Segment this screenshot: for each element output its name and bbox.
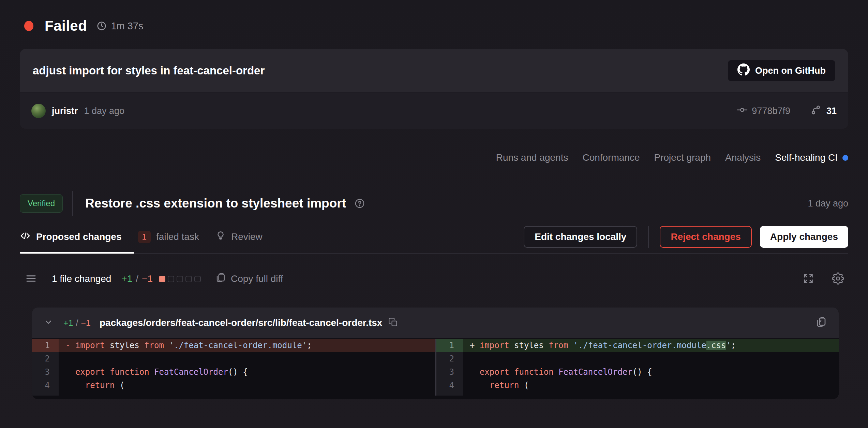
ci-status-row: Failed 1m 37s [20, 0, 848, 34]
line-number: 1 [32, 339, 59, 352]
nav-item-analysis[interactable]: Analysis [725, 152, 761, 163]
commit-sha-text: 9778b7f9 [752, 106, 790, 116]
avatar [31, 104, 46, 118]
divider [72, 191, 73, 216]
apply-changes-button[interactable]: Apply changes [760, 226, 848, 248]
code-line-added: 1+ import styles from './feat-cancel-ord… [436, 339, 839, 352]
failed-count-badge: 1 [138, 231, 151, 243]
workspace-nav: Runs and agentsConformanceProject graphA… [20, 151, 848, 165]
tab-review-label: Review [231, 231, 263, 242]
hamburger-icon [25, 273, 37, 285]
additions-count: +1 [121, 273, 132, 284]
clock-icon [96, 21, 107, 31]
code-line-context: 4 return ( [32, 379, 435, 392]
commit-title: adjust import for styles in feat-cancel-… [33, 64, 265, 77]
code-line-context: 2 [32, 352, 435, 366]
code-line-removed: 1- import styles from './feat-cancel-ord… [32, 339, 435, 352]
diffstat-block-filled [159, 276, 165, 282]
action-buttons: Edit changes locally Reject changes Appl… [524, 226, 848, 248]
tab-failed-task[interactable]: 1 failed task [138, 231, 199, 243]
code-text: - import styles from './feat-cancel-orde… [59, 339, 435, 352]
line-number: 2 [436, 352, 463, 366]
diff-pane-original: 1- import styles from './feat-cancel-ord… [32, 339, 435, 396]
line-number: 1 [436, 339, 463, 352]
code-line-context: 4 return ( [436, 379, 839, 392]
code-text: export function FeatCancelOrder() { [59, 366, 435, 379]
authored-time: 1 day ago [84, 106, 125, 116]
expand-icon [803, 273, 814, 285]
gear-icon [832, 272, 844, 286]
tabs-row: Proposed changes 1 failed task Review Ed… [20, 221, 848, 254]
code-text: export function FeatCancelOrder() { [463, 366, 839, 379]
nav-item-label: Analysis [725, 152, 761, 163]
open-on-github-button[interactable]: Open on GitHub [728, 60, 835, 81]
page: Failed 1m 37s adjust import for styles i… [0, 0, 868, 399]
verified-badge: Verified [20, 194, 63, 213]
duration-text: 1m 37s [111, 20, 143, 32]
github-icon [737, 63, 750, 78]
code-text [463, 352, 839, 366]
copy-icon [215, 272, 226, 286]
file-list-menu-button[interactable] [25, 273, 37, 285]
author-name: juristr [52, 106, 78, 116]
duration: 1m 37s [96, 20, 143, 32]
tab-review[interactable]: Review [215, 231, 263, 243]
commit-card-top: adjust import for styles in feat-cancel-… [20, 49, 848, 92]
diff-split-view: 1- import styles from './feat-cancel-ord… [32, 339, 839, 399]
file-diffstat-separator: / [76, 318, 78, 328]
diff-toolbar: 1 file changed +1 / −1 Copy full diff [20, 271, 848, 286]
file-path: packages/orders/feat-cancel-order/src/li… [100, 317, 382, 328]
diff-toolbar-right [803, 272, 848, 286]
nav-item-self-healing-ci[interactable]: Self-healing CI [775, 152, 848, 163]
reject-changes-button[interactable]: Reject changes [660, 226, 751, 248]
diff-pane-modified: 1+ import styles from './feat-cancel-ord… [435, 339, 839, 396]
nav-item-label: Conformance [582, 152, 640, 163]
diffstat-blocks [159, 276, 201, 282]
diffstat-block-empty [185, 276, 192, 282]
nav-item-label: Project graph [654, 152, 711, 163]
diff-file-card: +1 / −1 packages/orders/feat-cancel-orde… [32, 308, 839, 399]
tab-failed-task-label: failed task [156, 231, 199, 242]
diffstat-separator: / [136, 273, 138, 284]
commit-card-bottom: juristr 1 day ago 9778b7f9 [20, 92, 848, 129]
diffstat-block-empty [168, 276, 174, 282]
branch-count: 31 [826, 106, 837, 116]
divider [648, 226, 649, 248]
code-line-context: 3 export function FeatCancelOrder() { [436, 366, 839, 379]
deletions-count: −1 [142, 273, 153, 284]
copy-full-diff-button[interactable]: Copy full diff [215, 272, 283, 286]
branch-info[interactable]: 31 [810, 104, 837, 117]
nav-item-label: Self-healing CI [775, 152, 838, 163]
diff-file-header[interactable]: +1 / −1 packages/orders/feat-cancel-orde… [32, 308, 839, 339]
settings-button[interactable] [832, 272, 844, 286]
code-text: + import styles from './feat-cancel-orde… [463, 339, 839, 352]
copy-path-icon[interactable] [388, 317, 398, 328]
open-on-github-label: Open on GitHub [755, 66, 826, 76]
diffstat-block-empty [177, 276, 183, 282]
line-number: 3 [32, 366, 59, 379]
line-number: 3 [436, 366, 463, 379]
nav-item-runs-and-agents[interactable]: Runs and agents [496, 152, 568, 163]
commit-card: adjust import for styles in feat-cancel-… [20, 49, 848, 129]
file-diffstat: +1 / −1 [63, 318, 91, 328]
nav-item-project-graph[interactable]: Project graph [654, 152, 711, 163]
copy-file-contents-icon[interactable] [815, 316, 827, 330]
chevron-down-icon[interactable] [44, 317, 53, 328]
expand-button[interactable] [803, 273, 814, 285]
tabs: Proposed changes 1 failed task Review [20, 230, 263, 244]
edit-changes-locally-button[interactable]: Edit changes locally [524, 226, 637, 248]
line-number: 4 [32, 379, 59, 392]
author: juristr 1 day ago [31, 104, 124, 118]
code-text: return ( [463, 379, 839, 392]
nav-item-conformance[interactable]: Conformance [582, 152, 640, 163]
copy-full-diff-label: Copy full diff [231, 273, 283, 284]
files-changed-label: 1 file changed [52, 273, 111, 284]
commit-sha[interactable]: 9778b7f9 [737, 104, 790, 118]
code-line-context: 2 [436, 352, 839, 366]
file-additions: +1 [63, 318, 73, 328]
help-icon[interactable] [354, 198, 365, 209]
status-label: Failed [45, 18, 87, 34]
fix-heading-row: Verified Restore .css extension to style… [20, 191, 848, 216]
tab-proposed-changes[interactable]: Proposed changes [20, 230, 122, 244]
diffstat: +1 / −1 [121, 273, 153, 284]
